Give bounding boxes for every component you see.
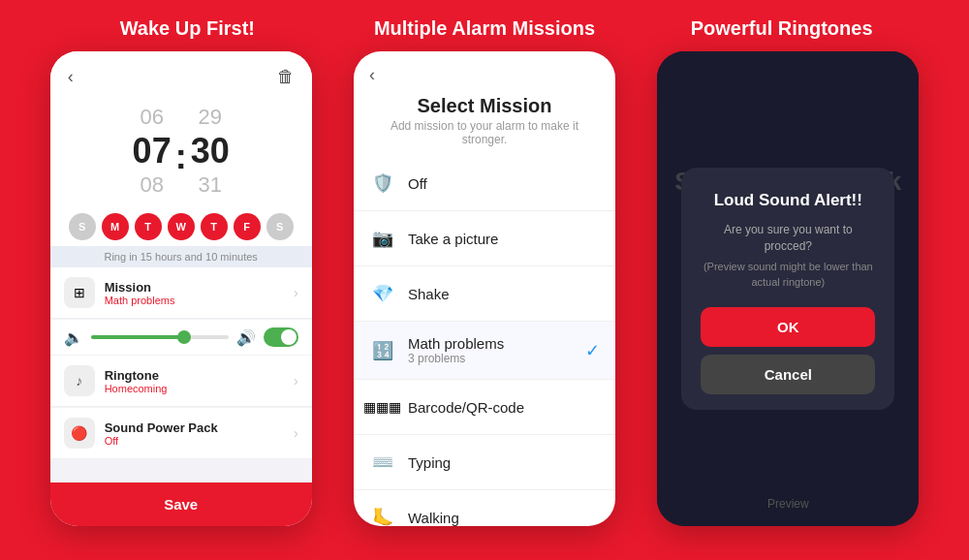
spp-arrow: › [294,425,298,441]
spp-text: Sound Power Pack Off [105,420,294,447]
mission-walking-label: Walking [408,510,600,526]
dialog-title: Loud Sound Alert!! [701,191,875,210]
mission-label: Mission [105,280,294,295]
select-mission-subtitle: Add mission to your alarm to make it str… [354,119,615,156]
mission-typing-icon: ⌨️ [369,449,396,476]
time-colon: : [172,137,191,177]
mission-off-label: Off [408,175,600,192]
mission-arrow: › [294,285,298,300]
vol-slider[interactable] [91,335,229,339]
time-picker: 06 07 08 : 29 30 31 [50,95,312,205]
vol-thumb [177,330,191,344]
mission-barcode-label: Barcode/QR-code [408,399,600,416]
mission-barcode-text: Barcode/QR-code [408,399,600,416]
ring-label: Ring in 15 hours and 10 minutes [50,246,312,267]
ringtone-text: Ringtone Homecoming [105,368,294,394]
mission-walking-text: Walking [408,510,600,526]
mission-icon: ⊞ [64,277,95,308]
section1-title: Wake Up First! [51,17,323,40]
section2-title: Multiple Alarm Missions [349,17,620,40]
mission-picture-icon: 📷 [369,225,396,252]
dialog-overlay: Loud Sound Alert!! Are you sure you want… [657,51,919,526]
mission-picture-text: Take a picture [408,231,600,247]
mission-text: Mission Math problems [105,280,294,306]
preview-label: Preview [657,497,919,511]
select-mission-title: Select Mission [354,91,615,119]
dialog-box: Loud Sound Alert!! Are you sure you want… [681,168,894,410]
trash-icon[interactable]: 🗑 [277,67,295,87]
mission-picture[interactable]: 📷 Take a picture [354,211,615,266]
mission-math-label: Math problems [408,335,585,352]
mission-math-text: Math problems 3 problems [408,335,585,365]
mission-barcode-icon: ▦▦▦ [369,393,396,420]
mission-setting[interactable]: ⊞ Mission Math problems › [50,267,312,319]
ringtone-sub: Homecoming [105,383,294,394]
spp-label: Sound Power Pack [105,420,294,435]
mission-off-icon: 🛡️ [369,170,396,197]
mission-typing-text: Typing [408,454,600,471]
mission-shake-label: Shake [408,286,600,302]
ringtone-setting[interactable]: ♪ Ringtone Homecoming › [50,356,312,407]
mission-list: 🛡️ Off 📷 Take a picture 💎 Shake 🔢 [354,156,615,526]
mission-off-text: Off [408,175,600,192]
vol-high-icon: 🔊 [236,328,256,347]
phone1-header: ‹ 🗑 [50,51,312,95]
mission-barcode[interactable]: ▦▦▦ Barcode/QR-code [354,380,615,435]
min-below: 31 [198,172,221,198]
phone1: ‹ 🗑 06 07 08 : 29 30 31 S M T W T F S [50,51,312,526]
dialog-ok-button[interactable]: OK [701,307,875,347]
ringtone-label: Ringtone [105,368,294,383]
spp-setting[interactable]: 🔴 Sound Power Pack Off › [50,408,312,459]
phone2: ‹ Select Mission Add mission to your ala… [354,51,615,526]
day-S1[interactable]: S [69,213,96,240]
hour-col[interactable]: 06 07 08 [133,105,172,198]
days-row: S M T W T F S [50,205,312,246]
mission-picture-label: Take a picture [408,231,600,247]
mission-math-check-icon: ✓ [585,340,600,361]
day-T1[interactable]: T [135,213,162,240]
mission-walking[interactable]: 🦶 Walking [354,490,615,526]
mission-shake-icon: 💎 [369,280,396,307]
day-T2[interactable]: T [201,213,228,240]
back-arrow-icon[interactable]: ‹ [68,67,74,87]
mission-math[interactable]: 🔢 Math problems 3 problems ✓ [354,322,615,380]
ringtone-arrow: › [294,373,298,389]
hour-main: 07 [133,132,172,171]
day-W[interactable]: W [168,213,195,240]
mission-typing[interactable]: ⌨️ Typing [354,435,615,490]
save-button[interactable]: Save [50,482,312,526]
min-above: 29 [198,105,221,130]
dialog-cancel-button[interactable]: Cancel [701,355,875,394]
min-main: 30 [191,132,230,171]
mission-walking-icon: 🦶 [369,504,396,526]
vol-fill [91,335,180,339]
day-S2[interactable]: S [266,213,294,240]
spp-icon: 🔴 [64,418,95,449]
hour-below: 08 [140,172,163,198]
mission-shake[interactable]: 💎 Shake [354,266,615,322]
phone1-settings: ⊞ Mission Math problems › 🔈 🔊 [50,267,312,482]
mission-math-count: 3 problems [408,352,585,365]
spp-sub: Off [105,435,294,447]
phone3: Sound Power Pack Loud Sound Alert!! Are … [657,51,919,526]
hour-above: 06 [140,105,163,130]
dialog-message: Are you sure you want to procced? [701,222,875,255]
header-row: Wake Up First! Multiple Alarm Missions P… [0,0,969,51]
mission-off[interactable]: 🛡️ Off [354,156,615,211]
section3-title: Powerful Ringtones [646,17,918,40]
mission-typing-label: Typing [408,454,600,471]
phone2-header: ‹ [354,51,615,91]
phones-row: ‹ 🗑 06 07 08 : 29 30 31 S M T W T F S [0,51,969,560]
phone2-back-icon[interactable]: ‹ [369,65,375,85]
vol-low-icon: 🔈 [64,328,83,347]
min-col[interactable]: 29 30 31 [191,105,230,198]
vol-toggle[interactable] [264,327,298,347]
day-M[interactable]: M [102,213,129,240]
dialog-note: (Preview sound might be lower than actua… [701,260,875,290]
mission-shake-text: Shake [408,286,600,302]
day-F[interactable]: F [234,213,261,240]
ringtone-icon: ♪ [64,365,95,396]
mission-sub: Math problems [105,295,294,306]
mission-math-icon: 🔢 [369,337,396,364]
volume-row: 🔈 🔊 [50,320,312,355]
